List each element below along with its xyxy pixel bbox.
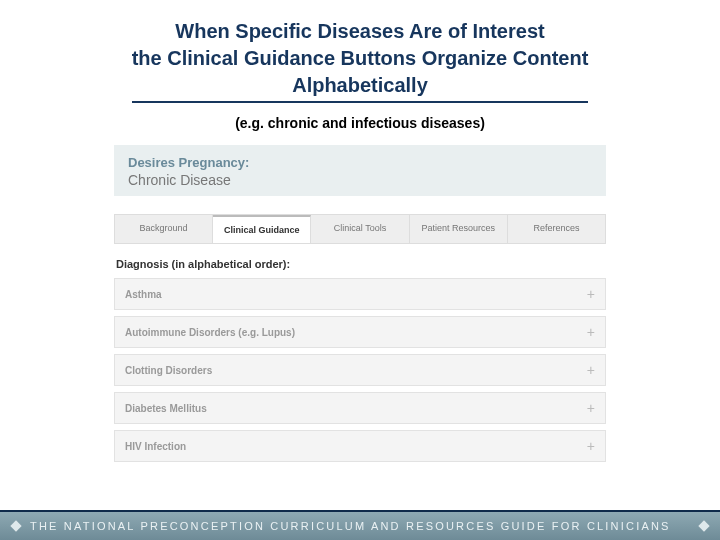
diagnosis-item-diabetes[interactable]: Diabetes Mellitus + <box>114 392 606 424</box>
tab-background[interactable]: Background <box>115 215 213 243</box>
embedded-screenshot: Desires Pregnancy: Chronic Disease Backg… <box>114 145 606 462</box>
diagnosis-item-asthma[interactable]: Asthma + <box>114 278 606 310</box>
slide-title: When Specific Diseases Are of Interest t… <box>132 18 589 103</box>
page-header: Desires Pregnancy: Chronic Disease <box>114 145 606 196</box>
diagnosis-item-hiv[interactable]: HIV Infection + <box>114 430 606 462</box>
tab-references[interactable]: References <box>508 215 605 243</box>
footer-bar: THE NATIONAL PRECONCEPTION CURRICULUM AN… <box>0 512 720 540</box>
title-line-1: When Specific Diseases Are of Interest <box>175 20 544 42</box>
section-title: Diagnosis (in alphabetical order): <box>116 258 604 270</box>
tab-clinical-guidance[interactable]: Clinical Guidance <box>213 215 311 243</box>
slide-subtitle: (e.g. chronic and infectious diseases) <box>0 115 720 131</box>
title-line-2: the Clinical Guidance Buttons Organize C… <box>132 47 589 69</box>
expand-icon: + <box>587 363 595 377</box>
tab-patient-resources[interactable]: Patient Resources <box>410 215 508 243</box>
diagnosis-item-autoimmune[interactable]: Autoimmune Disorders (e.g. Lupus) + <box>114 316 606 348</box>
tab-bar: Background Clinical Guidance Clinical To… <box>114 214 606 244</box>
diamond-icon <box>698 520 709 531</box>
diagnosis-label: Autoimmune Disorders (e.g. Lupus) <box>125 327 295 338</box>
page-header-label: Desires Pregnancy: <box>128 155 592 170</box>
diagnosis-label: Clotting Disorders <box>125 365 212 376</box>
expand-icon: + <box>587 325 595 339</box>
footer-text: THE NATIONAL PRECONCEPTION CURRICULUM AN… <box>30 520 690 532</box>
page-header-topic: Chronic Disease <box>128 172 592 188</box>
diagnosis-label: Diabetes Mellitus <box>125 403 207 414</box>
title-line-3: Alphabetically <box>292 74 428 96</box>
slide-title-block: When Specific Diseases Are of Interest t… <box>0 0 720 109</box>
slide: When Specific Diseases Are of Interest t… <box>0 0 720 540</box>
diagnosis-label: Asthma <box>125 289 162 300</box>
diagnosis-list: Asthma + Autoimmune Disorders (e.g. Lupu… <box>114 278 606 462</box>
expand-icon: + <box>587 401 595 415</box>
diagnosis-item-clotting[interactable]: Clotting Disorders + <box>114 354 606 386</box>
tab-clinical-tools[interactable]: Clinical Tools <box>311 215 409 243</box>
expand-icon: + <box>587 439 595 453</box>
diagnosis-label: HIV Infection <box>125 441 186 452</box>
diamond-icon <box>10 520 21 531</box>
expand-icon: + <box>587 287 595 301</box>
